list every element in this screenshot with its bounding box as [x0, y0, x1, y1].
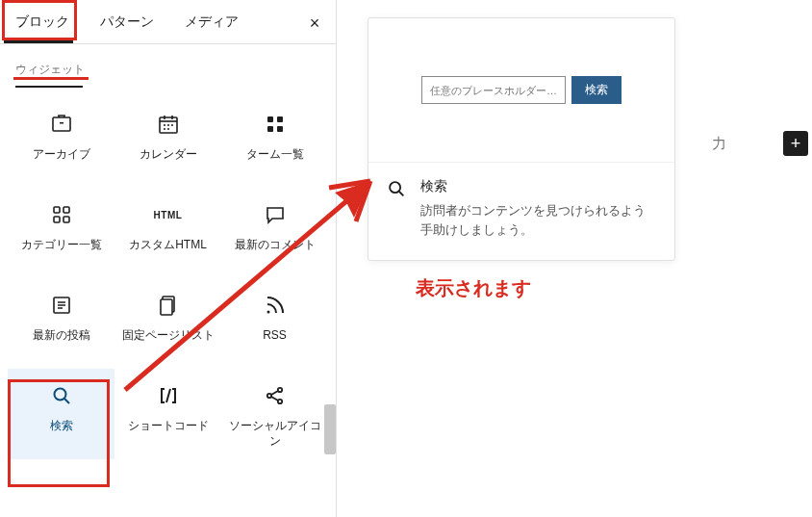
share-icon: [262, 382, 289, 409]
svg-point-23: [277, 400, 281, 403]
block-preview-popover: 検索 検索 訪問者がコンテンツを見つけられるよう手助けしましょう。: [368, 17, 675, 261]
svg-rect-8: [267, 116, 273, 122]
svg-rect-12: [54, 207, 60, 213]
annotation-text: 表示されます: [416, 275, 531, 301]
scrollbar-thumb[interactable]: [324, 404, 336, 454]
svg-rect-9: [277, 116, 283, 122]
block-item-shortcode[interactable]: ショートコード: [114, 369, 221, 459]
block-inserter-panel: ブロック パターン メディア × ウィジェット アーカイブ カレンダー ターム一…: [0, 0, 337, 517]
svg-rect-10: [267, 126, 273, 132]
block-item-search[interactable]: 検索: [8, 369, 114, 459]
svg-point-3: [164, 124, 165, 126]
block-label: 検索: [50, 419, 73, 434]
svg-point-20: [54, 389, 65, 401]
svg-rect-1: [60, 122, 63, 124]
svg-rect-14: [54, 217, 60, 222]
block-item-calendar[interactable]: カレンダー: [114, 97, 221, 188]
svg-point-4: [167, 124, 169, 126]
block-item-rss[interactable]: RSS: [221, 278, 328, 369]
post-icon: [48, 292, 75, 319]
tab-media[interactable]: メディア: [169, 0, 254, 44]
stray-text: 力: [712, 135, 726, 153]
svg-rect-15: [63, 217, 69, 222]
block-item-social-icons[interactable]: ソーシャルアイコン: [221, 369, 328, 459]
categories-icon: [48, 201, 75, 228]
block-item-latest-posts[interactable]: 最新の投稿: [8, 278, 114, 369]
block-label: ソーシャルアイコン: [225, 419, 324, 449]
block-label: 固定ページリスト: [122, 328, 215, 344]
html-icon: HTML: [155, 201, 182, 228]
svg-point-22: [277, 388, 281, 392]
block-label: ターム一覧: [246, 147, 304, 163]
archive-icon: [48, 111, 75, 138]
block-item-archive[interactable]: アーカイブ: [8, 97, 114, 188]
tab-patterns[interactable]: パターン: [85, 0, 169, 44]
shortcode-icon: [155, 382, 182, 409]
block-label: 最新の投稿: [33, 328, 90, 344]
page-list-icon: [155, 292, 182, 319]
svg-rect-13: [63, 207, 69, 213]
block-label: カスタムHTML: [129, 238, 207, 253]
svg-rect-18: [161, 299, 172, 315]
block-item-custom-html[interactable]: HTML カスタムHTML: [114, 188, 221, 278]
preview-stage: 検索: [368, 18, 674, 163]
block-item-tag-cloud[interactable]: ターム一覧: [221, 97, 328, 188]
inserter-tabs: ブロック パターン メディア ×: [0, 0, 336, 44]
search-icon: [386, 178, 407, 199]
block-label: 最新のコメント: [235, 238, 316, 253]
block-item-page-list[interactable]: 固定ページリスト: [114, 278, 221, 369]
comment-icon: [262, 201, 289, 228]
active-tab-indicator: [4, 40, 73, 43]
search-demo-input[interactable]: [421, 76, 566, 104]
svg-point-21: [266, 394, 270, 398]
svg-point-6: [164, 128, 165, 130]
svg-point-7: [167, 128, 169, 130]
block-category-label: ウィジェット: [0, 44, 336, 86]
preview-description-row: 検索 訪問者がコンテンツを見つけられるよう手助けしましょう。: [368, 163, 674, 260]
block-item-categories[interactable]: カテゴリー一覧: [8, 188, 114, 278]
search-block-demo: 検索: [421, 76, 622, 104]
block-label: カテゴリー一覧: [21, 238, 102, 253]
preview-subtitle: 訪問者がコンテンツを見つけられるよう手助けしましょう。: [420, 201, 657, 239]
search-icon: [48, 382, 75, 409]
svg-rect-11: [277, 126, 283, 132]
preview-title: 検索: [420, 178, 657, 195]
tab-blocks[interactable]: ブロック: [0, 0, 85, 44]
block-item-latest-comments[interactable]: 最新のコメント: [221, 188, 328, 278]
grid-icon: [262, 111, 289, 138]
rss-icon: [262, 292, 289, 319]
block-label: カレンダー: [140, 147, 197, 163]
category-underline: [15, 86, 83, 88]
svg-point-5: [171, 124, 173, 126]
search-demo-button[interactable]: 検索: [571, 76, 622, 104]
block-label: RSS: [263, 328, 287, 344]
close-inserter-button[interactable]: ×: [301, 10, 328, 37]
svg-point-24: [390, 182, 400, 193]
calendar-icon: [155, 111, 182, 138]
svg-rect-0: [53, 117, 70, 131]
add-block-button[interactable]: +: [783, 131, 808, 156]
block-label: ショートコード: [128, 419, 209, 434]
svg-point-19: [266, 311, 269, 314]
block-grid: アーカイブ カレンダー ターム一覧 カテゴリー一覧 HTML カスタムHTML: [0, 97, 336, 459]
block-label: アーカイブ: [33, 147, 90, 163]
